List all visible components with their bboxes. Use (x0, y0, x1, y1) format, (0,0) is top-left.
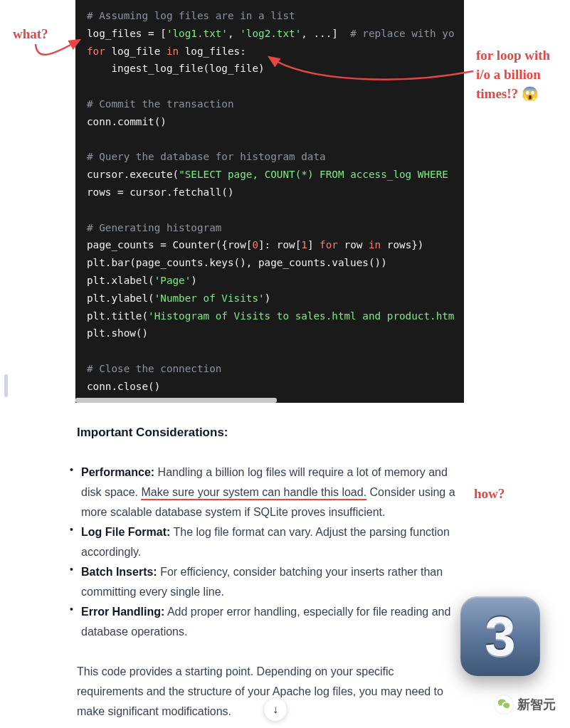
code-text: log_files = [ (87, 28, 167, 39)
page-scroll-indicator (4, 374, 8, 397)
badge-3-icon: 3 (460, 596, 540, 676)
watermark-text: 新智元 (517, 696, 556, 713)
scream-emoji-icon: 😱 (522, 86, 539, 101)
code-keyword: for (87, 46, 105, 57)
article-body: Important Considerations: Performance: H… (75, 403, 464, 722)
main-content: # Assuming log files are in a list log_f… (75, 0, 464, 722)
item-label: Performance: (81, 466, 154, 478)
horizontal-scrollbar-thumb[interactable] (75, 398, 277, 403)
code-block[interactable]: # Assuming log files are in a list log_f… (75, 0, 464, 403)
wechat-logo-icon (495, 695, 513, 714)
list-item: Performance: Handling a billion log file… (77, 463, 463, 522)
code-comment: # Assuming log files are in a list (87, 10, 295, 21)
item-label: Batch Inserts: (81, 566, 157, 578)
item-label: Error Handling: (81, 606, 164, 618)
list-item: Batch Inserts: For efficiency, consider … (77, 562, 463, 602)
item-label: Log File Format: (81, 526, 170, 538)
list-item: Error Handling: Add proper error handlin… (77, 602, 463, 642)
arrow-down-icon: ↓ (273, 703, 278, 716)
list-item: Log File Format: The log file format can… (77, 522, 463, 562)
scroll-down-button[interactable]: ↓ (263, 697, 287, 722)
considerations-list: Performance: Handling a billion log file… (77, 463, 463, 642)
code-string: 'log1.txt' (167, 28, 228, 39)
annotation-how: how? (474, 484, 505, 503)
underlined-text: Make sure your system can handle this lo… (141, 486, 366, 500)
annotation-for-loop: for loop with i/o a billion times!? 😱 (476, 46, 567, 103)
considerations-heading: Important Considerations: (77, 423, 463, 443)
horizontal-scrollbar-track[interactable] (75, 398, 464, 403)
badge-number: 3 (485, 604, 515, 669)
annotation-what: what? (13, 24, 48, 43)
watermark: 新智元 (495, 695, 556, 714)
